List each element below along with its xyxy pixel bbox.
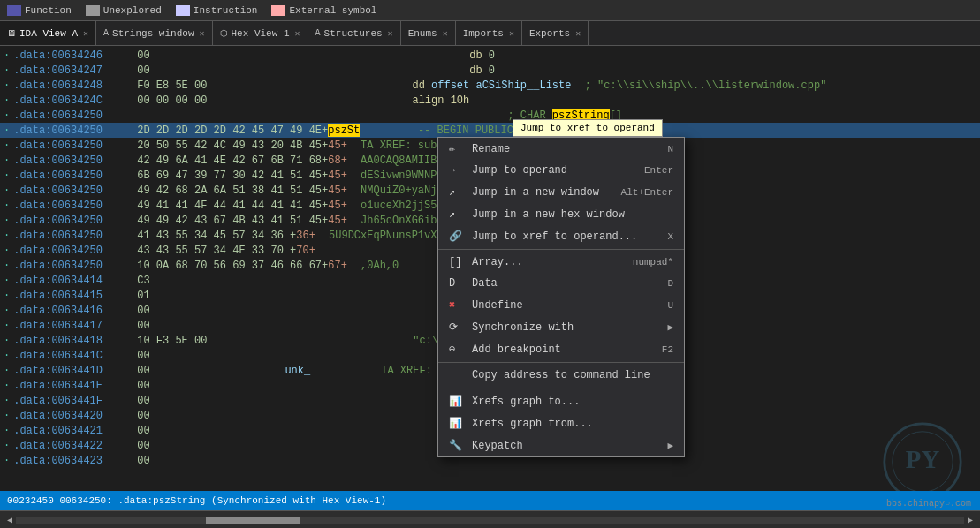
svg-text:PY: PY bbox=[906, 445, 940, 473]
table-row: · .data:00634247 00 db 0 bbox=[0, 63, 980, 78]
table-row: · .data:00634248 F0 E8 5E 00 dd offset a… bbox=[0, 78, 980, 93]
menu-xrefs-from-label: Xrefs graph from... bbox=[472, 418, 593, 430]
tab-structures[interactable]: A Structures ✕ bbox=[308, 21, 401, 46]
legend-instruction-label: Instruction bbox=[194, 5, 258, 16]
tab-exports-label: Exports bbox=[529, 28, 570, 39]
undefine-icon: ✖ bbox=[449, 298, 467, 312]
jump-xref-icon: 🔗 bbox=[449, 230, 467, 243]
menu-undefine-shortcut: U bbox=[667, 300, 673, 311]
tab-enums-label: Enums bbox=[408, 28, 437, 39]
legend-unexplored-label: Unexplored bbox=[103, 5, 162, 16]
menu-breakpoint-label: Add breakpoint bbox=[472, 343, 561, 356]
menu-item-data[interactable]: D Data D bbox=[438, 273, 684, 294]
menu-undefine-label: Undefine bbox=[472, 299, 523, 312]
menu-array-label: Array... bbox=[472, 256, 523, 268]
legend-external: External symbol bbox=[271, 5, 376, 16]
menu-keypatch-label: Keypatch bbox=[472, 440, 523, 452]
status-text: 00232450 00634250: .data:pszString (Sync… bbox=[7, 495, 386, 506]
tab-imports-close[interactable]: ✕ bbox=[509, 28, 514, 39]
legend-unexplored: Unexplored bbox=[86, 5, 162, 16]
menu-item-rename[interactable]: ✏ Rename N bbox=[438, 138, 684, 160]
scroll-bar[interactable]: ◀ ▶ bbox=[0, 510, 980, 528]
table-row: · .data:0063424C 00 00 00 00 align 10h bbox=[0, 93, 980, 108]
menu-jump-new-window-shortcut: Alt+Enter bbox=[621, 187, 673, 198]
table-row: · .data:00634246 00 db 0 bbox=[0, 48, 980, 63]
legend-function-label: Function bbox=[25, 5, 72, 16]
legend-unexplored-color bbox=[86, 5, 100, 16]
tab-structures-label: Structures bbox=[324, 28, 383, 39]
legend-external-label: External symbol bbox=[289, 5, 376, 16]
menu-separator-2 bbox=[438, 362, 684, 363]
tab-exports[interactable]: Exports ✕ bbox=[522, 21, 589, 46]
tab-strings-label: Strings window bbox=[112, 28, 194, 39]
tab-exports-close[interactable]: ✕ bbox=[575, 28, 581, 39]
menu-jump-operand-shortcut: Enter bbox=[644, 165, 673, 176]
breakpoint-icon: ⊕ bbox=[449, 343, 467, 356]
table-row: · .data:00634250 ; CHAR pszString[] bbox=[0, 108, 980, 123]
keypatch-icon: 🔧 bbox=[449, 439, 467, 452]
menu-item-jump-new-hex[interactable]: ↗ Jump in a new hex window bbox=[438, 203, 684, 225]
menu-item-array[interactable]: [] Array... numpad* bbox=[438, 252, 684, 273]
tab-ida-icon: 🖥 bbox=[7, 28, 16, 39]
menu-breakpoint-shortcut: F2 bbox=[662, 344, 673, 355]
xrefs-graph-to-icon: 📊 bbox=[449, 395, 467, 408]
legend-instruction-color bbox=[176, 5, 190, 16]
menu-item-xrefs-graph-to[interactable]: 📊 Xrefs graph to... bbox=[438, 390, 684, 412]
legend-external-color bbox=[271, 5, 285, 16]
context-menu: ✏ Rename N → Jump to operand Enter ↗ Jum… bbox=[437, 137, 685, 457]
tab-imports[interactable]: Imports ✕ bbox=[456, 21, 522, 46]
menu-item-breakpoint[interactable]: ⊕ Add breakpoint F2 bbox=[438, 338, 684, 360]
menu-item-jump-operand[interactable]: → Jump to operand Enter bbox=[438, 160, 684, 181]
tab-ida-close[interactable]: ✕ bbox=[83, 28, 88, 39]
tab-strings-close[interactable]: ✕ bbox=[199, 28, 204, 39]
menu-jump-xref-shortcut: X bbox=[667, 231, 673, 242]
menu-rename-label: Rename bbox=[472, 143, 510, 155]
table-row: · .data:00634250 2D 2D 2D 2D 2D 42 45 47… bbox=[0, 123, 980, 138]
tab-hex-close[interactable]: ✕ bbox=[295, 28, 300, 39]
tab-strings-window[interactable]: A Strings window ✕ bbox=[96, 21, 212, 46]
menu-item-copy-address[interactable]: Copy address to command line bbox=[438, 365, 684, 386]
menu-separator-3 bbox=[438, 388, 684, 388]
tab-enums[interactable]: Enums ✕ bbox=[401, 21, 456, 46]
tab-hex-view-1[interactable]: ⬡ Hex View-1 ✕ bbox=[213, 21, 308, 46]
bottom-watermark-text: bbs.chinapy○.com bbox=[886, 499, 971, 509]
tab-structures-close[interactable]: ✕ bbox=[388, 28, 393, 39]
jump-new-window-icon: ↗ bbox=[449, 185, 467, 199]
watermark-logo: PY bbox=[883, 422, 962, 502]
menu-item-jump-xref[interactable]: 🔗 Jump to xref to operand... X bbox=[438, 225, 684, 247]
scroll-thumb[interactable] bbox=[206, 517, 300, 524]
rename-icon: ✏ bbox=[449, 142, 467, 155]
jump-new-hex-icon: ↗ bbox=[449, 207, 467, 221]
menu-item-undefine[interactable]: ✖ Undefine U bbox=[438, 294, 684, 316]
tab-hex-label: Hex View-1 bbox=[232, 28, 290, 39]
menu-item-synchronize[interactable]: ⟳ Synchronize with ▶ bbox=[438, 316, 684, 338]
menu-jump-new-hex-label: Jump in a new hex window bbox=[472, 208, 625, 221]
menu-item-xrefs-graph-from[interactable]: 📊 Xrefs graph from... bbox=[438, 412, 684, 434]
scroll-track[interactable] bbox=[16, 517, 964, 524]
legend-bar: Function Unexplored Instruction External… bbox=[0, 0, 980, 21]
tab-ida-view-a[interactable]: 🖥 IDA View-A ✕ bbox=[0, 21, 96, 46]
menu-data-label: Data bbox=[472, 277, 498, 290]
menu-item-keypatch[interactable]: 🔧 Keypatch ▶ bbox=[438, 434, 684, 456]
legend-function: Function bbox=[7, 5, 72, 16]
legend-instruction: Instruction bbox=[176, 5, 258, 16]
sync-icon: ⟳ bbox=[449, 321, 467, 334]
scroll-right-button[interactable]: ▶ bbox=[964, 515, 976, 525]
tooltip-text: Jump to xref to operand bbox=[520, 123, 655, 133]
tooltip-popup: Jump to xref to operand bbox=[513, 119, 663, 137]
menu-item-jump-new-window[interactable]: ↗ Jump in a new window Alt+Enter bbox=[438, 181, 684, 203]
menu-array-shortcut: numpad* bbox=[633, 257, 673, 268]
scroll-left-button[interactable]: ◀ bbox=[4, 515, 16, 525]
menu-separator-1 bbox=[438, 249, 684, 250]
xrefs-graph-from-icon: 📊 bbox=[449, 417, 467, 430]
tab-strings-icon: A bbox=[103, 28, 109, 38]
tab-bar: 🖥 IDA View-A ✕ A Strings window ✕ ⬡ Hex … bbox=[0, 21, 980, 46]
data-icon: D bbox=[449, 277, 467, 290]
tab-enums-close[interactable]: ✕ bbox=[443, 28, 448, 39]
status-bar: 00232450 00634250: .data:pszString (Sync… bbox=[0, 491, 980, 510]
sync-arrow-icon: ▶ bbox=[667, 321, 673, 333]
menu-xrefs-to-label: Xrefs graph to... bbox=[472, 396, 580, 408]
menu-copy-label: Copy address to command line bbox=[472, 369, 650, 381]
legend-function-color bbox=[7, 5, 21, 16]
menu-jump-operand-label: Jump to operand bbox=[472, 164, 567, 177]
